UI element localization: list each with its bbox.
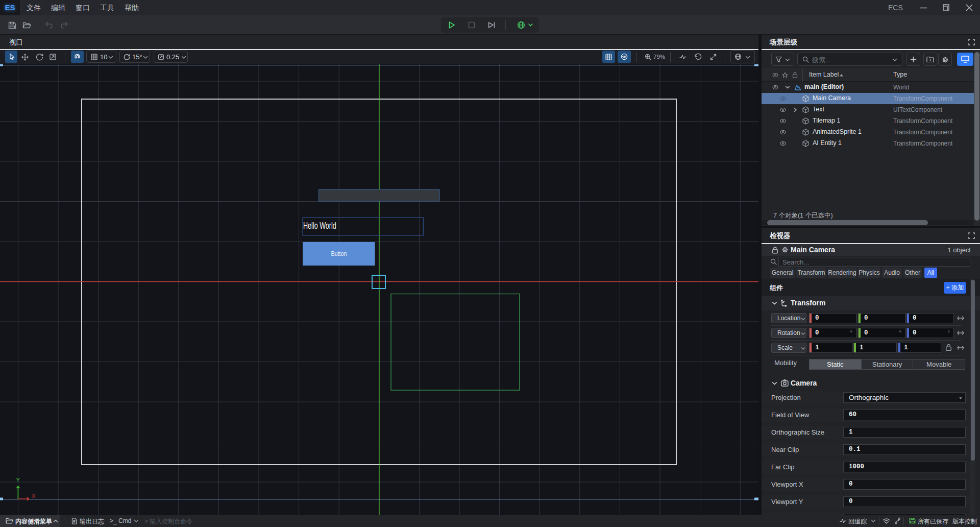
svg-text:X: X (32, 493, 36, 499)
svg-text:Button: Button (331, 250, 347, 257)
svg-text:Hello World: Hello World (303, 221, 336, 231)
svg-text:Y: Y (16, 477, 20, 483)
